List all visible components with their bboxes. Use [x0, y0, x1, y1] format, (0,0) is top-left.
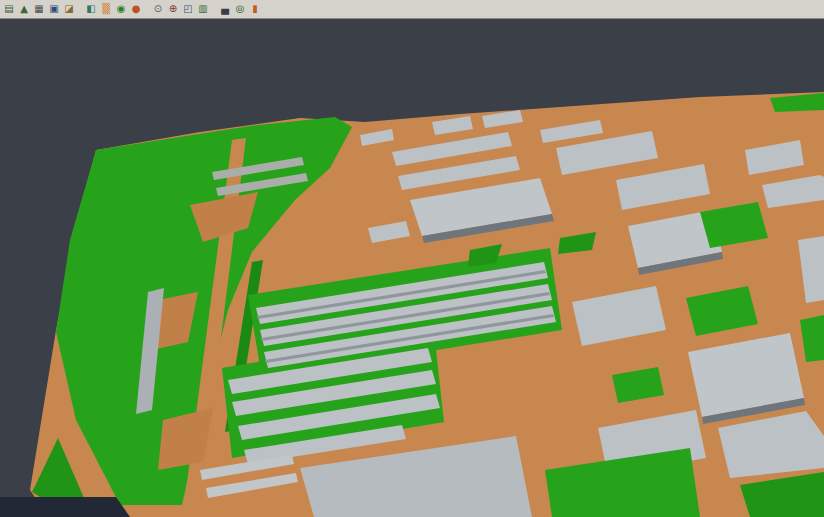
world-icon[interactable]: ◎ [233, 2, 247, 16]
grid-icon[interactable]: ▥ [196, 2, 210, 16]
app-window: ▤▲▦▣◪◧▒◉●⊙⊕◰▥▄◎▮ [0, 0, 824, 517]
print-icon[interactable]: ▄ [218, 2, 232, 16]
palette-icon[interactable]: ◧ [84, 2, 98, 16]
bottom-left-panel [0, 497, 130, 517]
scene-svg [0, 0, 824, 517]
crosshair-icon[interactable]: ⊕ [166, 2, 180, 16]
terrain-icon[interactable]: ▲ [17, 2, 31, 16]
folder-icon[interactable]: ◪ [62, 2, 76, 16]
fullscreen-icon[interactable]: ◰ [181, 2, 195, 16]
circle-icon[interactable]: ● [129, 2, 143, 16]
mesh-icon[interactable]: ▦ [32, 2, 46, 16]
pointcloud-icon[interactable]: ▒ [99, 2, 113, 16]
globe-icon[interactable]: ◉ [114, 2, 128, 16]
chart-icon[interactable]: ▮ [248, 2, 262, 16]
toolbar-icons: ▤▲▦▣◪◧▒◉●⊙⊕◰▥▄◎▮ [2, 2, 262, 16]
pointcloud-viewport[interactable] [0, 0, 824, 517]
image-icon[interactable]: ▣ [47, 2, 61, 16]
layers-icon[interactable]: ▤ [2, 2, 16, 16]
main-toolbar: ▤▲▦▣◪◧▒◉●⊙⊕◰▥▄◎▮ [0, 0, 824, 19]
settings-icon[interactable]: ⊙ [151, 2, 165, 16]
